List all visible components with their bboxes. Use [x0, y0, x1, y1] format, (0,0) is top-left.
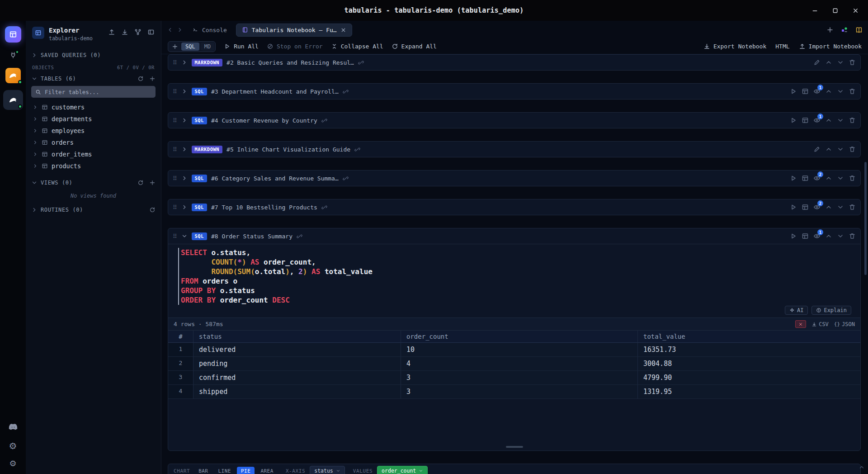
column-header[interactable]: #: [168, 331, 193, 343]
chart-type-pie[interactable]: PIE: [237, 467, 255, 474]
code-line[interactable]: FROM orders o: [181, 276, 856, 286]
delete-cell-button[interactable]: [849, 59, 856, 66]
column-header[interactable]: total_value: [638, 331, 860, 343]
notebook-scroll-area[interactable]: ⠿MARKDOWN#2 Basic Queries and Resizing R…: [161, 54, 868, 474]
move-cell-up-button[interactable]: [825, 88, 832, 95]
drag-handle-icon[interactable]: ⠿: [173, 60, 177, 66]
collapse-sidebar-icon[interactable]: [147, 28, 155, 36]
app-logo-icon[interactable]: [5, 26, 21, 43]
sidebar-table-products[interactable]: products: [26, 160, 161, 172]
row-number[interactable]: 1: [168, 343, 193, 357]
run-cell-button[interactable]: [790, 88, 797, 95]
delete-cell-button[interactable]: [849, 204, 856, 211]
html-export-button[interactable]: HTML: [775, 43, 789, 50]
tab-console[interactable]: Console: [187, 24, 232, 36]
table-cell[interactable]: 3: [401, 385, 638, 399]
cell-link-icon[interactable]: [321, 118, 327, 123]
move-cell-up-button[interactable]: [825, 232, 832, 240]
cell-columns-button[interactable]: [802, 88, 809, 95]
export-notebook-button[interactable]: Export Notebook: [703, 43, 766, 50]
row-number[interactable]: 4: [168, 385, 193, 399]
connection-button-1[interactable]: [5, 68, 21, 83]
move-cell-down-button[interactable]: [837, 88, 844, 95]
docs-book-icon[interactable]: [855, 26, 863, 33]
table-cell[interactable]: delivered: [193, 343, 401, 357]
add-md-cell-button[interactable]: MD: [201, 43, 214, 51]
views-section[interactable]: VIEWS (0): [26, 176, 161, 189]
move-cell-down-button[interactable]: [837, 204, 844, 211]
move-cell-down-button[interactable]: [837, 146, 844, 153]
chart-type-bar[interactable]: BAR: [194, 467, 212, 474]
plugins-icon[interactable]: [841, 26, 848, 33]
expand-cell-chevron-icon[interactable]: [181, 175, 188, 181]
x-axis-select[interactable]: status: [310, 466, 345, 474]
column-header[interactable]: status: [193, 331, 401, 343]
refresh-icon[interactable]: [137, 76, 144, 82]
expand-all-button[interactable]: Expand All: [392, 43, 437, 50]
drag-handle-icon[interactable]: ⠿: [173, 89, 177, 95]
row-number[interactable]: 3: [168, 371, 193, 385]
move-cell-up-button[interactable]: [825, 204, 832, 211]
drag-handle-icon[interactable]: ⠿: [173, 204, 177, 210]
delete-cell-button[interactable]: [849, 175, 856, 182]
view-results-button[interactable]: 2: [813, 204, 821, 211]
table-cell[interactable]: 16351.73: [638, 343, 860, 357]
move-cell-down-button[interactable]: [837, 117, 844, 124]
sidebar-table-customers[interactable]: customers: [26, 101, 161, 113]
view-results-button[interactable]: 2: [813, 175, 821, 182]
refresh-icon[interactable]: [137, 180, 144, 186]
code-line[interactable]: SELECT o.status,: [181, 248, 856, 257]
cell-columns-button[interactable]: [802, 232, 809, 240]
sidebar-table-order_items[interactable]: order_items: [26, 148, 161, 160]
tab-notebook-active[interactable]: Tabularis Notebook — Fu…: [236, 24, 352, 37]
sidebar-table-orders[interactable]: orders: [26, 137, 161, 148]
run-cell-button[interactable]: [790, 175, 797, 182]
minimize-button[interactable]: [811, 7, 818, 14]
move-cell-up-button[interactable]: [825, 117, 832, 124]
connection-button-2-active[interactable]: [5, 92, 21, 108]
drag-handle-icon[interactable]: ⠿: [173, 118, 177, 123]
values-select[interactable]: order_count: [377, 466, 428, 474]
preferences-button[interactable]: ⚙: [9, 460, 16, 468]
view-results-button[interactable]: 1: [813, 232, 821, 240]
cell-link-icon[interactable]: [354, 147, 360, 152]
sidebar-table-departments[interactable]: departments: [26, 113, 161, 125]
view-results-button[interactable]: 1: [813, 117, 821, 124]
scroll-up-icon[interactable]: [859, 464, 865, 470]
cell-columns-button[interactable]: [802, 204, 809, 211]
expand-cell-chevron-icon[interactable]: [181, 146, 188, 152]
expand-cell-chevron-icon[interactable]: [181, 88, 188, 95]
chart-type-line[interactable]: LINE: [214, 467, 236, 474]
code-line[interactable]: ROUND(SUM(o.total), 2) AS total_value: [181, 267, 856, 276]
stop-on-error-button[interactable]: Stop on Error: [267, 43, 323, 50]
table-cell[interactable]: 10: [401, 343, 638, 357]
move-cell-up-button[interactable]: [825, 175, 832, 182]
column-header[interactable]: order_count: [401, 331, 638, 343]
run-all-button[interactable]: Run All: [224, 43, 259, 50]
move-cell-down-button[interactable]: [837, 232, 844, 240]
nav-forward-button[interactable]: [177, 27, 183, 33]
table-cell[interactable]: pending: [193, 357, 401, 371]
tables-section[interactable]: TABLES (6): [26, 72, 161, 85]
delete-cell-button[interactable]: [849, 117, 856, 124]
run-cell-button[interactable]: [790, 232, 797, 240]
discord-button[interactable]: [8, 422, 18, 432]
routines-section[interactable]: ROUTINES (0): [26, 204, 161, 216]
sidebar-table-employees[interactable]: employees: [26, 125, 161, 137]
vertical-scrollbar[interactable]: [864, 162, 867, 275]
edit-cell-button[interactable]: [813, 146, 821, 153]
cell-columns-button[interactable]: [802, 175, 809, 182]
cell-link-icon[interactable]: [343, 175, 349, 181]
add-view-icon[interactable]: [149, 180, 156, 186]
new-tab-button[interactable]: [826, 26, 834, 33]
table-cell[interactable]: 1319.95: [638, 385, 860, 399]
refresh-icon[interactable]: [149, 207, 156, 213]
add-cell-plus-icon[interactable]: [169, 43, 180, 50]
expand-cell-chevron-icon[interactable]: [181, 204, 188, 210]
move-cell-up-button[interactable]: [825, 59, 832, 66]
row-number[interactable]: 2: [168, 357, 193, 371]
move-cell-up-button[interactable]: [825, 146, 832, 153]
run-cell-button[interactable]: [790, 117, 797, 124]
code-line[interactable]: ORDER BY order_count DESC: [181, 295, 856, 305]
cell-header[interactable]: ⠿SQL#6 Category Sales and Revenue Summa……: [168, 171, 860, 186]
